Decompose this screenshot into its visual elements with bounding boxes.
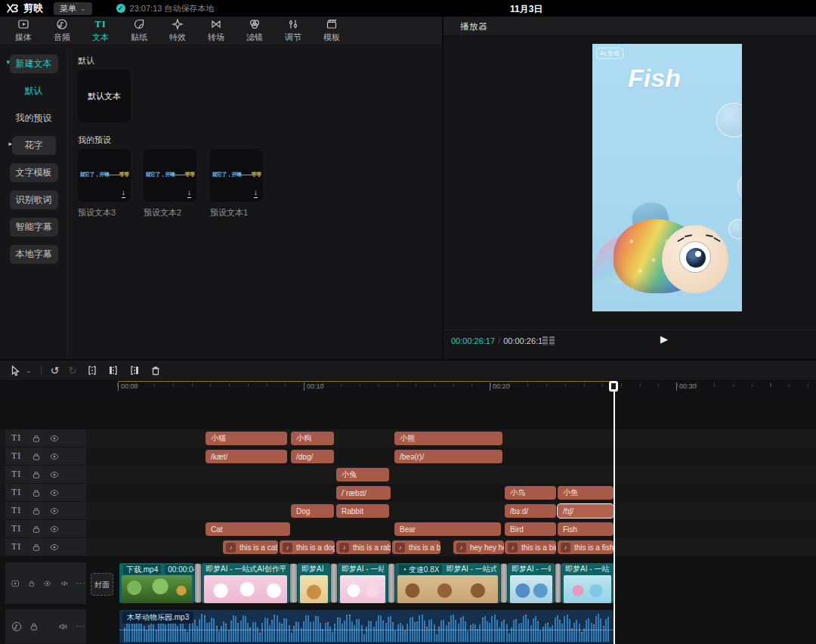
tab-filters[interactable]: 滤镜 <box>242 18 267 43</box>
eye-icon[interactable] <box>43 579 51 588</box>
text-clip[interactable]: /beə(r)/ <box>394 450 502 463</box>
text-clip[interactable]: Cat <box>206 522 290 536</box>
transition-handle[interactable] <box>555 563 561 603</box>
delete-button[interactable] <box>150 364 162 376</box>
subtitle-clip[interactable]: ♪this is a be <box>392 540 440 554</box>
text-clip[interactable]: 小熊 <box>394 432 502 445</box>
text-clip[interactable]: Bird <box>505 522 556 536</box>
eye-icon[interactable] <box>49 434 60 443</box>
lock-icon[interactable] <box>32 506 41 516</box>
section-default-label: 默认 <box>78 55 94 67</box>
select-tool-dropdown[interactable]: ⌄ <box>26 364 32 376</box>
nav-default[interactable]: 默认 <box>12 82 56 101</box>
playhead[interactable] <box>614 381 615 644</box>
lock-icon[interactable] <box>32 488 41 497</box>
subtitle-clip[interactable]: ♪this is a fish f <box>558 540 614 554</box>
lock-icon[interactable] <box>32 525 41 534</box>
text-clip[interactable]: 小鸟 <box>505 486 556 500</box>
tab-transitions[interactable]: 转场 <box>203 18 229 43</box>
video-clip[interactable]: 即梦AI - 一站式AI创作平台 <box>298 563 330 603</box>
eye-icon[interactable] <box>49 543 60 552</box>
tab-sticker[interactable]: 贴纸 <box>126 18 152 43</box>
select-tool[interactable] <box>9 364 21 376</box>
text-clip[interactable]: Fish <box>558 522 614 536</box>
text-clip[interactable]: /ˈræbɪt/ <box>336 486 391 500</box>
video-clip[interactable]: 即梦AI - 一站式 <box>508 563 555 603</box>
video-clip[interactable]: 即梦AI - 一站式AI创作平台 <box>338 563 388 603</box>
text-clip[interactable]: 小猫 <box>206 432 287 445</box>
nav-lyrics-recognition[interactable]: 识别歌词 <box>10 190 58 209</box>
lock-icon[interactable] <box>32 452 41 461</box>
nav-new-text[interactable]: ▾ 新建文本 <box>10 54 58 73</box>
undo-button[interactable]: ↺ <box>51 364 60 376</box>
transition-handle[interactable] <box>289 563 298 603</box>
lock-icon[interactable] <box>29 622 39 631</box>
eye-icon[interactable] <box>49 452 60 461</box>
tab-effects[interactable]: 特效 <box>165 18 190 43</box>
video-clip[interactable]: 即梦AI - 一站式A <box>561 563 614 603</box>
lock-icon[interactable] <box>28 579 36 588</box>
text-clip[interactable]: Bear <box>394 522 501 536</box>
subtitle-clip[interactable]: ♪this is a cat c <box>223 540 278 554</box>
text-clip[interactable]: Dog <box>291 504 334 518</box>
text-clip[interactable]: 小鱼 <box>558 486 614 500</box>
subtitle-clip[interactable]: ♪this is a bird <box>505 540 556 554</box>
cover-button[interactable]: 封面 <box>91 573 113 596</box>
default-text-card[interactable]: 默认文本 <box>78 70 131 122</box>
video-clip[interactable]: 即梦AI - 一站式AI创作平台.m <box>202 563 289 603</box>
download-icon[interactable]: ↓ <box>122 189 125 198</box>
nav-auto-captions[interactable]: 智能字幕 <box>10 218 58 237</box>
preset-card[interactable]: 就它了，开嗓——等等 ↓ <box>78 149 131 202</box>
split-left-button[interactable] <box>107 364 119 376</box>
more-options-icon[interactable]: ··· <box>76 622 85 630</box>
transition-handle[interactable] <box>330 563 338 603</box>
download-icon[interactable]: ↓ <box>254 189 258 198</box>
text-clip[interactable]: /fɪʃ/ <box>558 504 614 518</box>
text-clip[interactable]: Rabbit <box>336 504 389 518</box>
audio-clip[interactable]: 木琴动物乐园.mp3 <box>119 610 614 643</box>
menu-button[interactable]: 菜单 ⌄ <box>54 2 92 15</box>
tab-templates[interactable]: 模板 <box>319 18 345 43</box>
eye-icon[interactable] <box>49 506 60 516</box>
lock-icon[interactable] <box>32 434 41 443</box>
nav-my-presets[interactable]: 我的预设 <box>10 109 58 128</box>
subtitle-clip[interactable]: ♪hey hey hey <box>453 540 504 554</box>
text-clip[interactable]: /dɒg/ <box>291 450 334 463</box>
tab-adjust[interactable]: 调节 <box>280 18 306 43</box>
playhead-handle[interactable] <box>609 381 618 392</box>
timeline-ruler[interactable]: 00:00 00:10 00:20 00:30 <box>0 381 816 392</box>
eye-icon[interactable] <box>49 525 60 534</box>
more-options-icon[interactable]: ··· <box>76 579 86 587</box>
speaker-icon[interactable] <box>58 622 68 631</box>
text-clip[interactable]: /kæt/ <box>206 450 287 463</box>
download-icon[interactable]: ↓ <box>187 189 191 198</box>
subtitle-clip[interactable]: ♪this is a rabb <box>336 540 391 554</box>
speaker-icon[interactable] <box>60 579 69 588</box>
text-clip[interactable]: /bɜːd/ <box>505 504 556 518</box>
play-button[interactable]: ▶ <box>660 333 668 345</box>
preset-card[interactable]: 就它了，开嗓——等等 ↓ <box>210 149 263 202</box>
tab-media[interactable]: 媒体 <box>11 18 36 43</box>
transition-handle[interactable] <box>500 563 508 603</box>
text-clip[interactable]: 小兔 <box>336 468 389 481</box>
lock-icon[interactable] <box>32 470 41 479</box>
nav-local-captions[interactable]: 本地字幕 <box>10 245 58 264</box>
split-button[interactable] <box>86 364 98 376</box>
video-preview[interactable]: AI 生成 Fish <box>592 44 742 311</box>
preset-card[interactable]: 就它了，开嗓——等等 ↓ <box>144 149 196 202</box>
video-clip[interactable]: 下载.mp400:00:04:10 <box>119 563 194 603</box>
text-clip[interactable]: 小狗 <box>291 432 334 445</box>
eye-icon[interactable] <box>49 488 60 497</box>
subtitle-clip[interactable]: ♪this is a dog c <box>280 540 335 554</box>
nav-text-templates[interactable]: 文字模板 <box>10 163 58 182</box>
tab-audio[interactable]: 音频 <box>49 18 75 43</box>
lock-icon[interactable] <box>32 543 41 552</box>
tab-text[interactable]: TI 文本 <box>88 18 113 43</box>
nav-fancy-text[interactable]: ▸ 花字 <box>12 136 56 155</box>
transition-handle[interactable] <box>388 563 395 603</box>
video-clip[interactable]: ◔ 变速0.8X即梦AI - 一站式AI创作 <box>395 563 500 603</box>
transition-handle[interactable] <box>194 563 202 603</box>
split-right-button[interactable] <box>128 364 141 376</box>
preview-quality-icon[interactable] <box>542 336 555 345</box>
eye-icon[interactable] <box>49 470 60 479</box>
